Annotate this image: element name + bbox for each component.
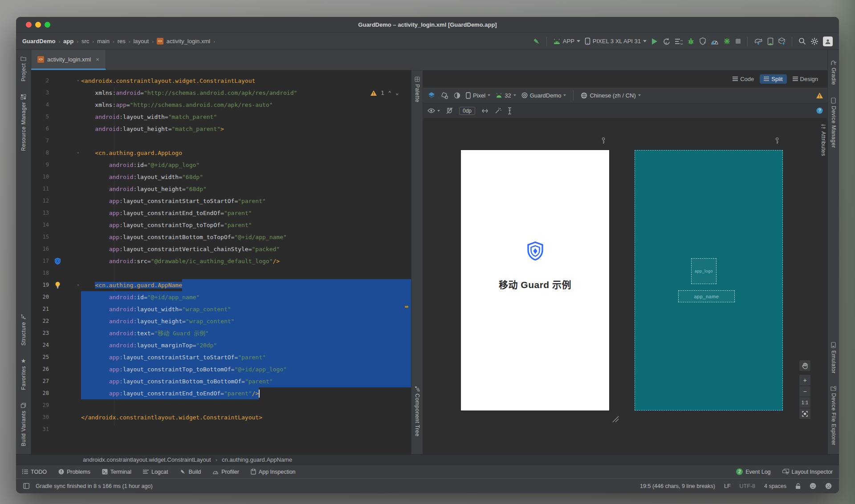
orientation-icon[interactable]	[441, 92, 448, 99]
tool-window-gradle[interactable]: Gradle	[831, 61, 837, 85]
gradle-sync-button[interactable]	[754, 37, 763, 45]
mode-design-button[interactable]: Design	[789, 74, 822, 84]
code-line[interactable]: 23 android:text="移动 Guard 示例"	[31, 327, 411, 339]
build-hammer-icon[interactable]	[532, 37, 540, 45]
help-icon[interactable]: ?	[816, 107, 823, 114]
fold-marker[interactable]: ▾	[77, 75, 79, 87]
pan-hand-button[interactable]	[799, 360, 811, 371]
editor-gutter[interactable]: 18	[31, 267, 81, 279]
code-line[interactable]: 6 android:layout_height="match_parent">	[31, 123, 411, 135]
unlock-icon[interactable]	[795, 483, 801, 489]
api-level-dropdown[interactable]: 32	[496, 92, 516, 99]
blueprint-app-logo[interactable]: app_logo	[691, 258, 717, 284]
render-warning-icon[interactable]	[816, 93, 823, 98]
debug-button[interactable]	[687, 37, 695, 45]
editor-gutter[interactable]: 26	[31, 363, 81, 375]
feedback-sad-icon[interactable]	[825, 483, 832, 489]
editor-gutter[interactable]: 6	[31, 123, 81, 135]
tool-window-build-variants[interactable]: Build Variants	[20, 402, 27, 446]
code-line[interactable]: 25 app:layout_constraintStart_toStartOf=…	[31, 351, 411, 363]
editor-gutter[interactable]: 22	[31, 315, 81, 327]
canvas-resize-handle[interactable]	[611, 415, 619, 423]
caret-position[interactable]: 19:5 (446 chars, 9 line breaks)	[640, 483, 715, 489]
design-surface-select-icon[interactable]	[428, 92, 436, 99]
editor-gutter[interactable]: 24	[31, 339, 81, 351]
fold-marker[interactable]: ▾	[77, 279, 79, 291]
tab-activity-login-xml[interactable]: <> activity_login.xml ×	[31, 50, 106, 70]
editor-gutter[interactable]: 10	[31, 171, 81, 183]
apply-changes-button[interactable]: A	[662, 37, 670, 45]
file-encoding[interactable]: UTF-8	[740, 483, 755, 489]
breadcrumb-file[interactable]: activity_login.xml	[167, 38, 210, 45]
sdk-manager-icon[interactable]	[778, 37, 786, 45]
app-logo-preview[interactable]	[525, 241, 546, 261]
breadcrumb-res[interactable]: res	[118, 38, 126, 45]
breadcrumb-layout[interactable]: layout	[133, 38, 149, 45]
editor-gutter[interactable]: 3	[31, 87, 81, 99]
attach-debugger-button[interactable]	[723, 37, 731, 45]
xml-breadcrumb-root[interactable]: androidx.constraintlayout.widget.Constra…	[83, 456, 211, 463]
clear-constraints-icon[interactable]	[481, 108, 489, 114]
line-separator[interactable]: LF	[724, 483, 731, 489]
autoconnect-off-magnet-icon[interactable]	[446, 107, 453, 114]
run-button[interactable]	[651, 38, 658, 45]
design-canvas[interactable]: 移动 Guard 示例 app_logo app_name	[423, 118, 827, 454]
editor-gutter[interactable]: 2▾	[31, 75, 81, 87]
inspection-widget[interactable]: 1 ⌃ ⌃	[368, 89, 401, 97]
toolbar-logcat[interactable]: Logcat	[143, 469, 168, 475]
pack-chain-icon[interactable]	[508, 107, 512, 114]
mode-split-button[interactable]: Split	[760, 74, 786, 84]
xml-breadcrumb-appname[interactable]: cn.authing.guard.AppName	[222, 456, 292, 463]
stop-button[interactable]	[735, 38, 741, 44]
editor-gutter[interactable]: 16	[31, 243, 81, 255]
code-line[interactable]: 18	[31, 267, 411, 279]
toolbar-app-inspection[interactable]: App Inspection	[251, 469, 296, 475]
tool-window-palette[interactable]: Palette	[414, 77, 420, 102]
editor-gutter[interactable]: 12	[31, 195, 81, 207]
intention-bulb-icon[interactable]	[55, 281, 61, 289]
design-preview-screen[interactable]: 移动 Guard 示例	[461, 150, 609, 411]
device-manager-icon[interactable]	[767, 37, 774, 45]
device-dropdown[interactable]: Pixel	[466, 92, 490, 99]
tool-window-toggle-icon[interactable]	[23, 483, 29, 489]
view-options-eye-icon[interactable]	[428, 108, 440, 113]
editor-gutter[interactable]: 5	[31, 111, 81, 123]
code-line[interactable]: 26 app:layout_constraintTop_toBottomOf="…	[31, 363, 411, 375]
code-line[interactable]: 2▾<androidx.constraintlayout.widget.Cons…	[31, 75, 411, 87]
indent-setting[interactable]: 4 spaces	[764, 483, 786, 489]
scrollbar-warning-mark[interactable]	[405, 306, 408, 308]
editor-gutter[interactable]: 14	[31, 219, 81, 231]
code-line[interactable]: 22 android:layout_height="wrap_content"	[31, 315, 411, 327]
tool-window-resource-manager[interactable]: Resource Manager	[20, 94, 27, 151]
toolbar-terminal[interactable]: Terminal	[102, 469, 131, 475]
editor-gutter[interactable]: 11	[31, 183, 81, 195]
editor-gutter[interactable]: 17	[31, 255, 81, 267]
toolbar-profiler[interactable]: Profiler	[212, 469, 239, 475]
editor-gutter[interactable]: 7	[31, 135, 81, 147]
editor-gutter[interactable]: 9	[31, 159, 81, 171]
next-issue-chevron-icon[interactable]: ⌃	[395, 90, 399, 96]
locale-dropdown[interactable]: Chinese (zh / CN)	[581, 92, 640, 99]
code-line[interactable]: 8▾ <cn.authing.guard.AppLogo	[31, 147, 411, 159]
profiler-gauge-icon[interactable]	[711, 38, 719, 45]
code-line[interactable]: 28 app:layout_constraintEnd_toEndOf="par…	[31, 387, 411, 399]
status-message[interactable]: Gradle sync finished in 8 s 166 ms (1 ho…	[36, 483, 153, 489]
infer-constraints-wand-icon[interactable]	[495, 107, 501, 114]
device-select[interactable]: PIXEL 3 XL API 31	[585, 37, 647, 45]
code-line[interactable]: 31	[31, 423, 411, 435]
prev-issue-chevron-icon[interactable]: ⌃	[388, 90, 391, 96]
editor-gutter[interactable]: 13	[31, 207, 81, 219]
profile-app-button[interactable]	[699, 37, 706, 45]
apply-code-changes-button[interactable]	[675, 38, 683, 45]
blueprint-app-name[interactable]: app_name	[678, 290, 735, 302]
breadcrumb-src[interactable]: src	[81, 38, 89, 45]
default-margin-select[interactable]: 0dp	[459, 107, 475, 115]
editor-gutter[interactable]: 31	[31, 423, 81, 435]
code-line[interactable]: 3 xmlns:android="http://schemas.android.…	[31, 87, 411, 99]
tool-window-emulator[interactable]: Emulator	[831, 342, 837, 374]
editor-gutter[interactable]: 4	[31, 99, 81, 111]
editor-gutter[interactable]: 30	[31, 411, 81, 423]
tool-window-favorites[interactable]: ★ Favorites	[20, 358, 27, 390]
toolbar-todo[interactable]: TODO	[22, 469, 47, 475]
night-mode-icon[interactable]	[454, 92, 460, 99]
